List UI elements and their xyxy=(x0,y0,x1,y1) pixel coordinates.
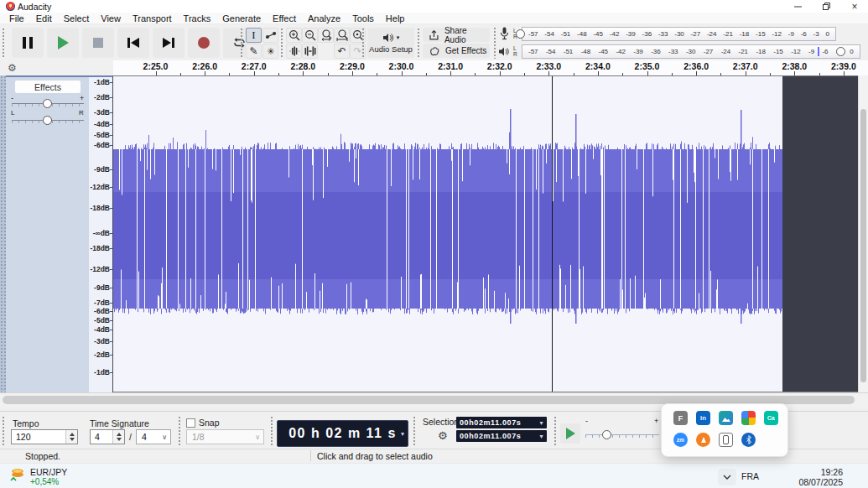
menu-analyze[interactable]: Analyze xyxy=(302,13,346,23)
edit-grip[interactable] xyxy=(280,28,284,58)
orange-app-icon[interactable] xyxy=(696,433,710,447)
record-button[interactable] xyxy=(188,28,220,58)
share-grip[interactable] xyxy=(417,28,421,58)
get-effects-button[interactable]: Get Effects xyxy=(423,44,490,58)
stocks-widget-icon[interactable] xyxy=(9,468,26,481)
tempo-input[interactable]: 120 xyxy=(11,429,78,444)
tempo-spinner[interactable] xyxy=(65,430,77,444)
transport-grip[interactable] xyxy=(2,28,6,58)
fit-project-button[interactable] xyxy=(334,28,350,43)
timeline-options-gear-icon[interactable]: ⚙ xyxy=(8,62,17,74)
waveform[interactable] xyxy=(113,76,782,392)
meter-scale-value: -48 xyxy=(581,48,591,55)
close-button[interactable]: × xyxy=(844,0,865,13)
colorful-app-icon[interactable] xyxy=(741,411,756,425)
meter-grip[interactable] xyxy=(493,27,497,59)
menu-transport[interactable]: Transport xyxy=(127,13,178,23)
setup-grip[interactable] xyxy=(361,28,366,58)
track-control-panel[interactable]: Effects - + L R xyxy=(6,75,89,392)
menu-help[interactable]: Help xyxy=(380,13,411,23)
recording-meter[interactable]: -57-54-51-48-45-42-39-36-33-30-27-24-21-… xyxy=(522,27,836,41)
stocks-widget-pair[interactable]: EUR/JPY xyxy=(30,467,67,477)
clock-date[interactable]: 08/07/2025 xyxy=(795,477,843,487)
track-panel-grip[interactable] xyxy=(0,75,6,392)
pause-button[interactable] xyxy=(12,28,44,58)
menu-generate[interactable]: Generate xyxy=(216,13,267,23)
snap-checkbox[interactable] xyxy=(186,418,195,428)
zoom-in-button[interactable] xyxy=(286,28,302,43)
vertical-db-ruler[interactable]: -1dB-2dB-3dB-4dB-5dB-6dB-9dB-12dB-18dB-∞… xyxy=(89,75,113,392)
snap-grip[interactable] xyxy=(178,416,182,446)
selection-grip[interactable] xyxy=(413,416,417,446)
menu-tracks[interactable]: Tracks xyxy=(178,13,217,23)
undo-button[interactable]: ↶ xyxy=(334,44,350,59)
menu-effect[interactable]: Effect xyxy=(267,13,302,23)
track-effects-button[interactable]: Effects xyxy=(15,80,81,93)
tools-grip[interactable] xyxy=(240,28,244,58)
timeline[interactable]: ⚙ 2:25.02:26.02:27.02:28.02:29.02:30.02:… xyxy=(0,60,868,76)
selection-start-field[interactable]: 00h02m11.007s ▾ xyxy=(456,417,547,428)
multitool-icon: ✳ xyxy=(267,46,274,57)
menu-edit[interactable]: Edit xyxy=(30,13,58,23)
recording-volume-knob[interactable] xyxy=(516,29,525,39)
timesig-spinner[interactable] xyxy=(112,430,124,444)
skip-to-start-button[interactable] xyxy=(117,28,149,58)
db-scale-label: -5dB xyxy=(94,131,110,139)
stocks-widget-change[interactable]: +0,54% xyxy=(30,477,59,486)
playback-meter[interactable]: -57-54-51-48-45-42-39-36-33-30-27-24-21-… xyxy=(522,44,860,59)
bluetooth-icon[interactable] xyxy=(741,433,756,447)
gain-slider-knob[interactable] xyxy=(43,99,52,108)
timeline-ruler[interactable]: 2:25.02:26.02:27.02:28.02:29.02:30.02:31… xyxy=(113,60,868,75)
menu-view[interactable]: View xyxy=(95,13,127,23)
silence-audio-button[interactable] xyxy=(302,44,318,59)
vertical-scrollbar-thumb[interactable] xyxy=(860,109,866,382)
record-meter-mic-button[interactable] xyxy=(500,27,512,41)
tray-app-icon-1[interactable]: F xyxy=(673,411,688,425)
audio-setup-button[interactable]: ▾ Audio Setup xyxy=(367,28,414,58)
clock-time[interactable]: 19:26 xyxy=(795,467,843,477)
selection-options-gear-icon[interactable]: ⚙ xyxy=(438,429,448,442)
skip-to-end-button[interactable] xyxy=(153,28,185,58)
zoom-out-button[interactable] xyxy=(302,28,318,43)
snap-dropdown[interactable]: 1/8 ∨ xyxy=(186,429,264,444)
playback-meter-speaker-button[interactable] xyxy=(498,44,512,59)
menu-tools[interactable]: Tools xyxy=(346,13,380,23)
play-button[interactable] xyxy=(47,28,79,58)
play-at-speed-button[interactable] xyxy=(560,423,580,444)
trim-audio-button[interactable] xyxy=(286,44,302,59)
restore-button[interactable] xyxy=(815,0,837,13)
language-indicator[interactable]: FRA xyxy=(741,471,759,481)
photos-icon[interactable] xyxy=(719,411,733,425)
time-toolbar-grip[interactable] xyxy=(2,416,6,446)
menu-file[interactable]: File xyxy=(3,13,30,23)
capcut-icon[interactable]: Ca xyxy=(764,411,778,425)
minimize-button[interactable] xyxy=(787,0,808,13)
audio-position-display[interactable]: 00 h 02 m 11 s ▾ xyxy=(277,420,408,447)
selection-end-field[interactable]: 00h02m11.007s ▾ xyxy=(456,430,547,442)
play-speed-knob[interactable] xyxy=(602,430,611,439)
menu-select[interactable]: Select xyxy=(58,13,96,23)
selection-end-value: 00h02m11.007s xyxy=(460,432,521,440)
timesig-upper-input[interactable]: 4 xyxy=(90,429,125,444)
draw-tool-button[interactable]: ✎ xyxy=(246,44,262,59)
fit-selection-button[interactable] xyxy=(318,28,334,43)
meter-scale-value: -36 xyxy=(651,48,661,55)
timesig-lower-dropdown[interactable]: 4 ∨ xyxy=(136,429,171,444)
meter-scale-value: -12 xyxy=(772,30,782,38)
playspeed-grip[interactable] xyxy=(554,416,558,446)
vertical-scrollbar[interactable] xyxy=(858,75,868,392)
share-audio-button[interactable]: Share Audio xyxy=(423,28,490,42)
tray-overflow-chevron[interactable] xyxy=(718,469,736,485)
linkedin-icon[interactable]: in xyxy=(696,411,710,425)
pan-slider-knob[interactable] xyxy=(43,116,52,125)
selection-tool-button[interactable]: I xyxy=(246,28,262,43)
phone-link-icon[interactable] xyxy=(719,433,733,447)
multi-tool-button[interactable]: ✳ xyxy=(262,44,278,59)
snap-checkbox-row[interactable]: Snap xyxy=(186,418,220,428)
stop-button[interactable] xyxy=(82,28,114,58)
db-scale-tick xyxy=(110,208,112,209)
timedisplay-grip[interactable] xyxy=(270,416,274,446)
envelope-tool-button[interactable] xyxy=(262,28,278,43)
playback-volume-knob[interactable] xyxy=(836,47,845,56)
zoom-tray-icon[interactable]: zm xyxy=(673,433,688,447)
